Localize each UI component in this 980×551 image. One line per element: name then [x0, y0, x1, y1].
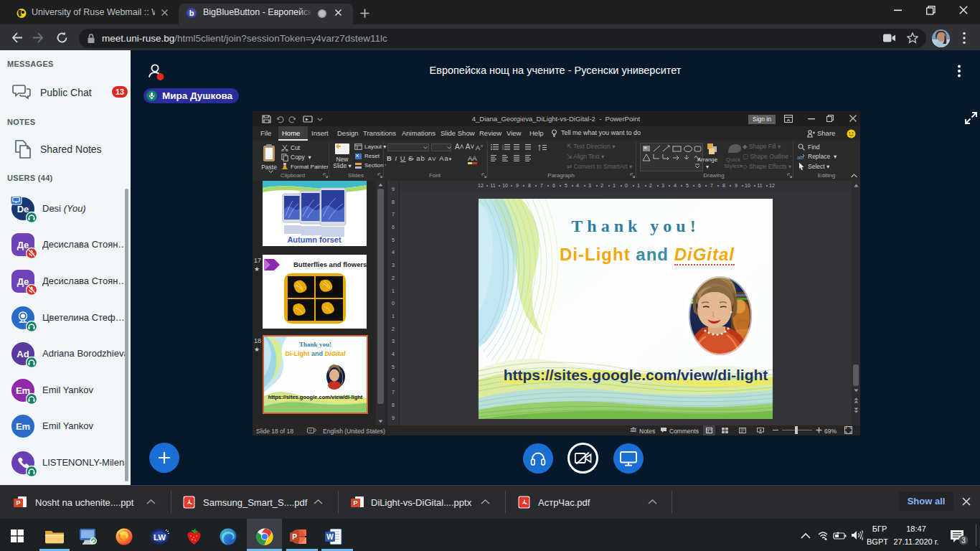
svg-text:Butterflies and flowers: Butterflies and flowers: [293, 260, 367, 268]
svg-text:Autumn forset: Autumn forset: [287, 235, 341, 244]
svg-text:Де: Де: [17, 276, 29, 287]
svg-text:LW: LW: [154, 533, 166, 542]
svg-text:W: W: [326, 533, 334, 541]
svg-text:P: P: [353, 499, 357, 507]
svg-text:b: b: [189, 9, 194, 17]
svg-text:De: De: [17, 204, 29, 215]
svg-text:3: 3: [961, 537, 966, 545]
svg-text:A: A: [476, 144, 480, 151]
svg-text:Em: Em: [16, 421, 30, 432]
svg-text:P: P: [16, 499, 20, 507]
svg-text:ab: ab: [797, 154, 804, 161]
svg-text:Ad: Ad: [17, 349, 29, 359]
svg-text:P: P: [292, 533, 297, 541]
svg-text:Де: Де: [17, 240, 29, 250]
svg-text:3: 3: [502, 148, 504, 151]
